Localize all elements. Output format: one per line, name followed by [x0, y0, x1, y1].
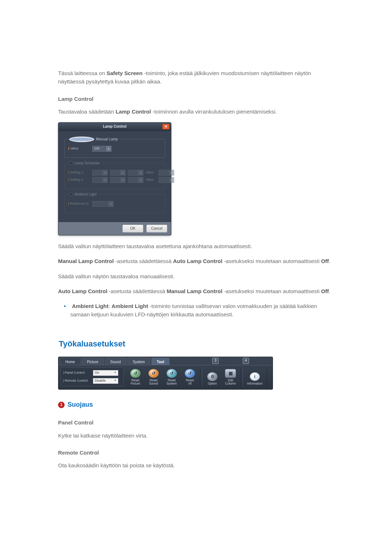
manual-lamp-radio[interactable]: [69, 136, 94, 142]
cancel-button[interactable]: Cancel: [146, 225, 167, 233]
ambient-light-legend: Ambient Light: [74, 192, 97, 197]
tool-ribbon: 1 2 3 4 Home Picture Sound System Tool |…: [58, 357, 273, 390]
intro-a: Tässä laitteessa on: [58, 70, 106, 76]
lamp-control-dialog: Lamp Control ✕ Manual Lamp |Value 100 ▸ …: [58, 122, 171, 235]
reset-system-icon: ↺: [167, 369, 177, 378]
tab-sound[interactable]: Sound: [105, 358, 126, 365]
panel-control-select[interactable]: On▼: [93, 370, 118, 376]
intro-safety-screen: Safety Screen: [106, 70, 142, 76]
tab-picture[interactable]: Picture: [82, 358, 104, 365]
manual-lamp-legend: Manual Lamp: [96, 136, 118, 142]
security-panel: |Panel Control On▼ |Remote Control Disab…: [61, 368, 124, 386]
panel-control-desc: Kytke tai katkaise näyttölaitteen virta.: [58, 431, 334, 440]
dialog-title: Lamp Control: [103, 124, 127, 130]
ok-button[interactable]: OK: [122, 225, 143, 233]
reset-sound-button[interactable]: ↺ ResetSound: [145, 368, 162, 386]
remote-control-label: Remote Control: [65, 379, 87, 382]
remote-control-desc: Ota kaukosäädin käyttöön tai poista se k…: [58, 461, 334, 469]
lamp-p4: Säädä valitun näytön taustavaloa manuaal…: [58, 272, 334, 280]
tab-tool[interactable]: Tool: [151, 358, 170, 365]
manual-lamp-fieldset: Manual Lamp |Value 100 ▸: [64, 139, 165, 158]
lamp-p3: Manual Lamp Control -asetusta säädettäes…: [58, 257, 334, 265]
lamp-schedule-legend: Lamp Schedule: [74, 160, 100, 166]
lamp-schedule-fieldset: Lamp Schedule |Setting 1 ▴ ▴ ▴ Value ▸ |…: [64, 163, 165, 189]
ambient-light-radio[interactable]: [69, 192, 73, 196]
remote-control-select[interactable]: Disable▼: [93, 378, 118, 384]
ambient-light-bullet: Ambient Light: Ambient Light -toiminto t…: [70, 302, 334, 319]
chevron-down-icon: ▼: [114, 371, 117, 375]
lamp-p2: Säädä valitun näyttölaitteen taustavaloa…: [58, 242, 334, 250]
remote-control-heading: Remote Control: [58, 448, 334, 457]
ambient-ref-select[interactable]: ▾: [92, 201, 114, 207]
edit-column-icon: ▦: [225, 369, 236, 378]
option-icon: ⚙: [207, 372, 217, 381]
tab-system[interactable]: System: [127, 358, 150, 365]
panel-control-label: Panel Control: [65, 371, 85, 374]
lamp-schedule-radio[interactable]: [69, 161, 73, 165]
lamp-desc: Taustavaloa säädetään Lamp Control -toim…: [58, 107, 334, 116]
security-number-badge: 1: [58, 402, 65, 408]
manual-value-spinner[interactable]: 100 ▸: [92, 146, 111, 152]
intro-paragraph: Tässä laitteessa on Safety Screen -toimi…: [58, 69, 334, 86]
reset-system-button[interactable]: ↺ ResetSystem: [163, 368, 180, 386]
information-icon: i: [250, 372, 260, 381]
dialog-titlebar[interactable]: Lamp Control ✕: [58, 123, 171, 131]
ambient-light-fieldset: Ambient Light |Reference D ▾: [64, 194, 165, 213]
reset-sound-icon: ↺: [148, 369, 159, 378]
reset-picture-button[interactable]: ↺ ResetPicture: [127, 368, 144, 386]
manual-value: 100: [93, 146, 106, 151]
chevron-down-icon: ▼: [114, 379, 117, 383]
tool-settings-heading: Työkaluasetukset: [59, 338, 334, 350]
callout-3: 3: [212, 358, 219, 364]
reset-all-button[interactable]: ↺ ResetAll: [181, 368, 199, 386]
edit-column-button[interactable]: ▦ EditColumn: [222, 368, 239, 386]
manual-value-label: Value: [70, 147, 78, 150]
option-button[interactable]: ⚙ Option: [204, 368, 221, 386]
tab-home[interactable]: Home: [60, 358, 81, 365]
information-button[interactable]: i Information: [244, 368, 265, 386]
spinner-arrow-icon[interactable]: ▸: [106, 146, 111, 151]
lamp-p5: Auto Lamp Control -asetusta säädettäessä…: [58, 287, 334, 295]
close-icon[interactable]: ✕: [162, 124, 170, 130]
lamp-control-heading: Lamp Control: [58, 95, 334, 103]
reset-picture-icon: ↺: [130, 369, 140, 378]
callout-4: 4: [243, 358, 249, 364]
reset-all-icon: ↺: [185, 369, 195, 378]
security-heading: 1 Suojaus: [58, 400, 334, 410]
panel-control-heading: Panel Control: [58, 418, 334, 427]
